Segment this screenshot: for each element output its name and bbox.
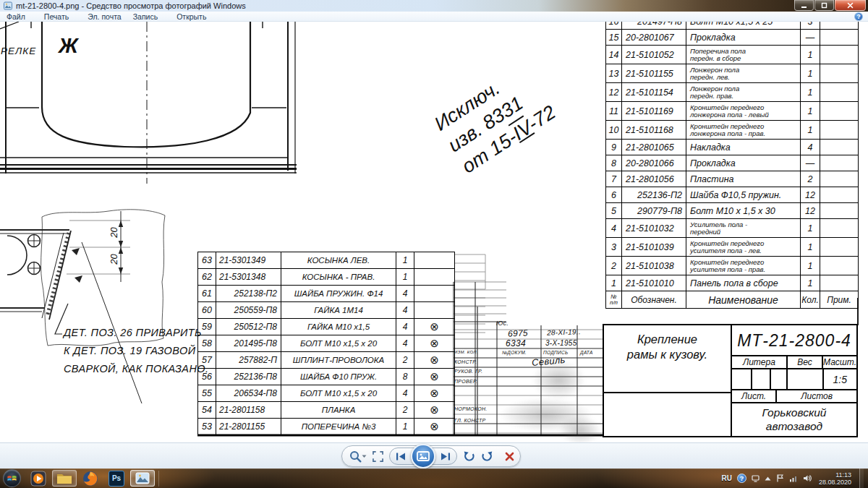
parts-row: 16201497-П8Болт М10 х1,5 х 253 bbox=[606, 22, 859, 30]
taskbar-media-player[interactable] bbox=[25, 468, 51, 488]
parts-row: 57257882-ПШПЛИНТ-ПРОВОЛОКА2⊗ bbox=[198, 352, 455, 369]
system-tray: RU ? 11:13 28.08.2020 bbox=[722, 468, 868, 488]
doc-date-2: 3-X-1955 bbox=[545, 339, 577, 347]
rotate-ccw-icon bbox=[463, 450, 475, 463]
row-chief-constructor: ГЛ. КОНСТР bbox=[454, 418, 486, 423]
doc-number-2: 6334 bbox=[506, 338, 526, 348]
parts-row: 421-5101032Усилитель пола -передний1 bbox=[606, 219, 859, 238]
help-icon[interactable]: ? bbox=[854, 12, 863, 21]
clock-time: 11:13 bbox=[819, 471, 851, 479]
media-player-icon bbox=[30, 471, 46, 487]
scale-value: 1:5 bbox=[824, 369, 856, 389]
chevron-down-icon bbox=[362, 455, 367, 458]
zoom-button[interactable] bbox=[349, 450, 367, 463]
taskbar-explorer[interactable] bbox=[51, 468, 77, 488]
actual-size-button[interactable] bbox=[373, 451, 383, 462]
photo-viewer-icon bbox=[135, 472, 150, 484]
language-indicator[interactable]: RU bbox=[722, 474, 732, 482]
tray-help-icon[interactable]: ? bbox=[737, 474, 746, 483]
taskbar-firefox[interactable] bbox=[77, 468, 103, 488]
navigation-group bbox=[389, 448, 457, 465]
clock[interactable]: 11:13 28.08.2020 bbox=[819, 471, 851, 486]
scale-header: Масшт. bbox=[823, 356, 856, 368]
circle-cross-mark: ⊗ bbox=[430, 387, 439, 399]
restore-icon bbox=[821, 2, 827, 9]
dimension-label: 20 bbox=[109, 227, 119, 237]
circle-cross-mark: ⊗ bbox=[430, 370, 439, 382]
parts-row: 1321-5101155Лонжерон полапередн. лев.1 bbox=[606, 64, 859, 83]
taskbar-photo-viewer[interactable] bbox=[129, 468, 156, 488]
parts-row: 6252136-П2Шайба Ф10,5 пружин.12 bbox=[606, 187, 859, 203]
menu-file[interactable]: Файл bbox=[7, 12, 33, 21]
parts-row: 56252136-П8ШАЙБА Ф10 ПРУЖ.8⊗ bbox=[198, 369, 455, 385]
start-button[interactable] bbox=[3, 469, 21, 487]
row-constructor: КОНСТР. bbox=[454, 359, 477, 364]
clock-date: 28.08.2020 bbox=[819, 479, 851, 486]
circle-cross-mark: ⊗ bbox=[430, 403, 439, 416]
sheets-header: Листов bbox=[777, 390, 856, 402]
folder-icon bbox=[56, 472, 72, 484]
rotate-cw-button[interactable] bbox=[481, 450, 493, 463]
delete-button[interactable] bbox=[505, 452, 514, 461]
parts-row: 55206534-П8БОЛТ М10 х1,5 х 204⊗ bbox=[198, 385, 455, 402]
menu-bar: Файл Печать Эл. почта Запись Открыть ? bbox=[0, 12, 868, 22]
volume-icon[interactable] bbox=[803, 474, 812, 482]
menu-burn[interactable]: Запись bbox=[133, 12, 165, 21]
minimize-icon bbox=[801, 2, 807, 9]
circle-cross-mark: ⊗ bbox=[430, 320, 439, 333]
previous-button[interactable] bbox=[391, 449, 410, 463]
parts-row: 820-2801066Прокладка— bbox=[606, 155, 859, 171]
show-hidden-icons-button[interactable] bbox=[765, 476, 771, 481]
windows-logo-icon bbox=[7, 473, 17, 484]
action-center-flag-icon[interactable] bbox=[776, 474, 784, 482]
doc-number-1: 6975 bbox=[508, 328, 529, 338]
menu-open[interactable]: Открыть bbox=[176, 12, 213, 21]
magnifier-icon bbox=[349, 450, 362, 463]
show-desktop-button[interactable] bbox=[859, 468, 864, 488]
drawing-number: МТ-21-2800-4 bbox=[732, 325, 856, 356]
doc-date-1: 28-XI-19.. bbox=[547, 328, 581, 337]
factory-name: Горьковский автозавод bbox=[732, 403, 856, 436]
parts-row: 1021-5101168Кронштейн переднеголонжерона… bbox=[606, 121, 859, 140]
menu-print[interactable]: Печать bbox=[44, 12, 76, 21]
handwritten-note: Юс. bbox=[496, 320, 509, 327]
parts-row: 5421-2801158ПЛАНКА2⊗ bbox=[198, 402, 455, 419]
next-icon bbox=[441, 453, 451, 461]
parts-row: 321-5101039Кронштейн переднегоусилителя … bbox=[606, 238, 859, 257]
parts-row: 721-2801056Пластина2 bbox=[606, 171, 859, 187]
stamp-smudge bbox=[558, 416, 602, 442]
maximize-button[interactable] bbox=[814, 0, 834, 11]
previous-icon bbox=[396, 453, 406, 461]
weld-annotation: ДЕТ. ПОЗ. 26 ПРИВАРИТЬ К ДЕТ. ПОЗ. 19 ГА… bbox=[64, 324, 208, 378]
minimize-button[interactable] bbox=[794, 0, 814, 11]
circle-cross-mark: ⊗ bbox=[430, 337, 439, 349]
view-arrow-label: РЕЛКЕ bbox=[1, 46, 36, 56]
parts-row: 6321-5301349КОСЫНКА ЛЕВ.1 bbox=[198, 252, 455, 269]
close-button[interactable] bbox=[835, 0, 866, 11]
close-icon bbox=[847, 2, 854, 9]
next-button[interactable] bbox=[436, 449, 455, 463]
parts-row: 61252138-П2ШАЙБА ПРУЖИН. Ф144 bbox=[198, 286, 455, 302]
tray-app-icon[interactable] bbox=[752, 475, 760, 482]
slideshow-button[interactable] bbox=[411, 444, 435, 468]
parts-row: 1121-5101169Кронштейн переднеголонжерона… bbox=[606, 102, 859, 121]
picture-icon bbox=[417, 451, 430, 461]
taskbar-photoshop[interactable]: Ps bbox=[103, 468, 129, 488]
rotate-ccw-button[interactable] bbox=[463, 450, 475, 463]
column-izm: ИЗМ. КОЛ. bbox=[454, 350, 478, 354]
column-date: ДАТА bbox=[580, 350, 593, 355]
taskbar: Ps RU ? bbox=[0, 468, 868, 488]
litera-header: Литера bbox=[732, 356, 788, 368]
row-checker: ПРОВЕР. bbox=[454, 379, 477, 384]
delete-icon bbox=[505, 452, 514, 461]
parts-row: 921-2801065Накладка4 bbox=[606, 140, 859, 155]
weight-header: Вес bbox=[788, 356, 823, 368]
photo-canvas: РЕЛКЕ Ж Исключ. изв. 8331 от 15-IV-72 ДЕ… bbox=[0, 22, 868, 442]
parts-row: 60250559-П8ГАЙКА 1М144 bbox=[198, 302, 455, 319]
menu-email[interactable]: Эл. почта bbox=[88, 12, 121, 21]
sheet-header: Лист. bbox=[732, 390, 777, 402]
window-title: mt-21-2800-4.png - Средство просмотра фо… bbox=[16, 1, 246, 10]
stamp-smudge bbox=[532, 360, 586, 400]
network-icon[interactable] bbox=[789, 475, 798, 482]
window-titlebar[interactable]: mt-21-2800-4.png - Средство просмотра фо… bbox=[0, 0, 868, 12]
